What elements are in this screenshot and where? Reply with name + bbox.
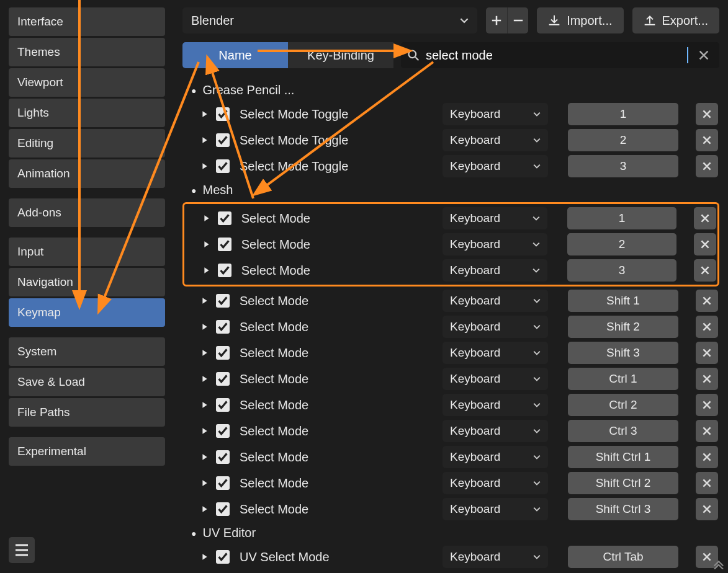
- disclosure-triangle-icon[interactable]: [200, 136, 210, 144]
- disclosure-triangle-icon[interactable]: [202, 267, 212, 274]
- sidebar-item-keymap[interactable]: Keymap: [9, 298, 165, 327]
- remove-binding-button[interactable]: [696, 394, 718, 416]
- key-binding-button[interactable]: Ctrl 1: [568, 368, 678, 390]
- keymap-category[interactable]: ●Mesh: [182, 179, 719, 201]
- enable-checkbox[interactable]: [216, 107, 230, 121]
- sidebar-item-themes[interactable]: Themes: [9, 38, 165, 66]
- disclosure-triangle-icon[interactable]: [202, 215, 212, 222]
- remove-binding-button[interactable]: [696, 316, 718, 338]
- disclosure-triangle-icon[interactable]: [200, 453, 210, 461]
- enable-checkbox[interactable]: [216, 450, 230, 464]
- enable-checkbox[interactable]: [216, 133, 230, 147]
- input-type-select[interactable]: Keyboard: [443, 546, 548, 568]
- remove-binding-button[interactable]: [696, 446, 718, 468]
- key-binding-button[interactable]: 3: [568, 155, 678, 177]
- remove-binding-button[interactable]: [696, 368, 718, 390]
- input-type-select[interactable]: Keyboard: [443, 420, 548, 442]
- add-preset-button[interactable]: [486, 7, 507, 33]
- input-type-select[interactable]: Keyboard: [443, 342, 548, 364]
- enable-checkbox[interactable]: [216, 502, 230, 516]
- key-binding-button[interactable]: 2: [568, 129, 678, 151]
- disclosure-triangle-icon[interactable]: [202, 241, 212, 248]
- remove-preset-button[interactable]: [507, 7, 528, 33]
- key-binding-button[interactable]: Shift 1: [568, 290, 678, 312]
- disclosure-triangle-icon[interactable]: [200, 323, 210, 331]
- sidebar-item-lights[interactable]: Lights: [9, 99, 165, 127]
- disclosure-triangle-icon[interactable]: [200, 110, 210, 118]
- sidebar-item-navigation[interactable]: Navigation: [9, 268, 165, 296]
- input-type-select[interactable]: Keyboard: [443, 207, 547, 229]
- enable-checkbox[interactable]: [216, 398, 230, 412]
- enable-checkbox[interactable]: [216, 424, 230, 438]
- sidebar-item-file-paths[interactable]: File Paths: [9, 398, 165, 427]
- remove-binding-button[interactable]: [694, 233, 716, 255]
- input-type-select[interactable]: Keyboard: [443, 316, 548, 338]
- input-type-select[interactable]: Keyboard: [443, 498, 548, 520]
- disclosure-triangle-icon[interactable]: [200, 349, 210, 357]
- keymap-preset-select[interactable]: Blender: [182, 7, 477, 33]
- sidebar-item-system[interactable]: System: [9, 337, 165, 366]
- sidebar-item-add-ons[interactable]: Add-ons: [9, 198, 165, 227]
- enable-checkbox[interactable]: [218, 264, 231, 277]
- input-type-select[interactable]: Keyboard: [443, 233, 547, 255]
- key-binding-button[interactable]: 3: [567, 259, 677, 282]
- keymap-category[interactable]: ●UV Editor: [182, 522, 719, 544]
- enable-checkbox[interactable]: [216, 159, 230, 173]
- disclosure-triangle-icon[interactable]: [200, 375, 210, 383]
- key-binding-button[interactable]: Shift Ctrl 2: [568, 472, 678, 494]
- key-binding-button[interactable]: Shift Ctrl 1: [568, 446, 678, 468]
- sidebar-item-viewport[interactable]: Viewport: [9, 68, 165, 97]
- menu-button[interactable]: [9, 537, 35, 563]
- disclosure-triangle-icon[interactable]: [200, 162, 210, 170]
- input-type-select[interactable]: Keyboard: [443, 446, 548, 468]
- sidebar-item-interface[interactable]: Interface: [9, 7, 165, 36]
- remove-binding-button[interactable]: [696, 472, 718, 494]
- enable-checkbox[interactable]: [216, 550, 230, 564]
- keymap-category[interactable]: ●Grease Pencil ...: [182, 79, 719, 101]
- collapse-panel-icon[interactable]: [713, 558, 724, 569]
- remove-binding-button[interactable]: [696, 129, 718, 151]
- enable-checkbox[interactable]: [218, 238, 231, 251]
- input-type-select[interactable]: Keyboard: [443, 259, 547, 282]
- key-binding-button[interactable]: 1: [567, 207, 677, 229]
- enable-checkbox[interactable]: [216, 372, 230, 386]
- enable-checkbox[interactable]: [216, 294, 230, 308]
- input-type-select[interactable]: Keyboard: [443, 472, 548, 494]
- export-button[interactable]: Export...: [632, 7, 719, 33]
- search-mode-key-tab[interactable]: Key-Binding: [288, 42, 393, 68]
- sidebar-item-input[interactable]: Input: [9, 238, 165, 266]
- enable-checkbox[interactable]: [218, 211, 231, 225]
- search-field-wrap[interactable]: [401, 42, 719, 68]
- key-binding-button[interactable]: Ctrl Tab: [568, 546, 678, 568]
- sidebar-item-save-load[interactable]: Save & Load: [9, 368, 165, 396]
- input-type-select[interactable]: Keyboard: [443, 290, 548, 312]
- input-type-select[interactable]: Keyboard: [443, 103, 548, 125]
- remove-binding-button[interactable]: [696, 155, 718, 177]
- disclosure-triangle-icon[interactable]: [200, 553, 210, 561]
- key-binding-button[interactable]: Shift 2: [568, 316, 678, 338]
- disclosure-triangle-icon[interactable]: [200, 297, 210, 304]
- remove-binding-button[interactable]: [694, 207, 716, 229]
- key-binding-button[interactable]: 2: [567, 233, 677, 255]
- key-binding-button[interactable]: Shift 3: [568, 342, 678, 364]
- disclosure-triangle-icon[interactable]: [200, 401, 210, 409]
- search-mode-name-tab[interactable]: Name: [182, 42, 288, 68]
- remove-binding-button[interactable]: [696, 342, 718, 364]
- key-binding-button[interactable]: Ctrl 3: [568, 420, 678, 442]
- enable-checkbox[interactable]: [216, 476, 230, 490]
- key-binding-button[interactable]: Shift Ctrl 3: [568, 498, 678, 520]
- sidebar-item-editing[interactable]: Editing: [9, 129, 165, 158]
- import-button[interactable]: Import...: [537, 7, 623, 33]
- sidebar-item-animation[interactable]: Animation: [9, 159, 165, 188]
- key-binding-button[interactable]: Ctrl 2: [568, 394, 678, 416]
- input-type-select[interactable]: Keyboard: [443, 129, 548, 151]
- clear-search-button[interactable]: [694, 46, 713, 64]
- sidebar-item-experimental[interactable]: Experimental: [9, 437, 165, 466]
- key-binding-button[interactable]: 1: [568, 103, 678, 125]
- disclosure-triangle-icon[interactable]: [200, 505, 210, 513]
- disclosure-triangle-icon[interactable]: [200, 479, 210, 487]
- input-type-select[interactable]: Keyboard: [443, 155, 548, 177]
- enable-checkbox[interactable]: [216, 346, 230, 360]
- remove-binding-button[interactable]: [694, 259, 716, 282]
- input-type-select[interactable]: Keyboard: [443, 368, 548, 390]
